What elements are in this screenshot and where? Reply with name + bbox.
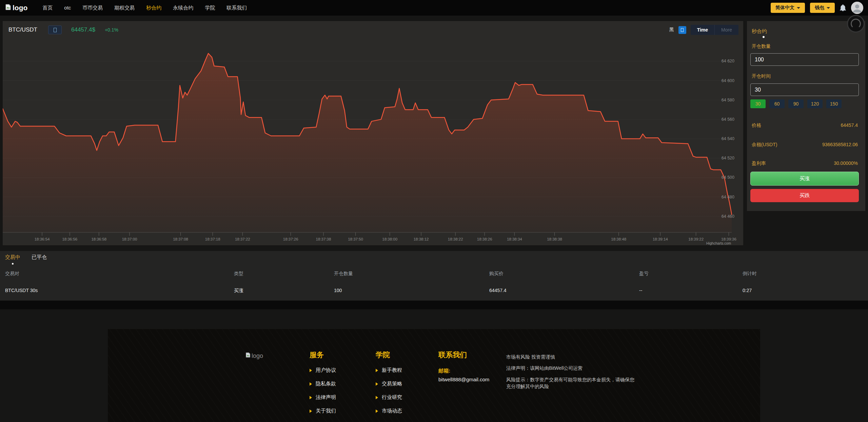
- theme-toggle-button[interactable]: [678, 26, 686, 34]
- nav-item-2[interactable]: otc: [64, 5, 71, 11]
- arrow-right-icon: [376, 396, 378, 399]
- svg-text:64 540: 64 540: [722, 136, 734, 141]
- positions-section: 交易中已平仓 交易对类型开仓数量购买价盈亏倒计时 BTC/USDT 30s买涨1…: [0, 251, 868, 301]
- broken-image-icon: [245, 352, 251, 360]
- svg-text:18:36:58: 18:36:58: [91, 237, 106, 241]
- svg-text:64 480: 64 480: [722, 195, 734, 199]
- svg-text:18:38:48: 18:38:48: [611, 237, 626, 241]
- svg-text:18:38:12: 18:38:12: [414, 237, 429, 241]
- svg-text:18:39:36: 18:39:36: [721, 237, 736, 241]
- arrow-right-icon: [376, 369, 378, 372]
- svg-text:18:37:50: 18:37:50: [348, 237, 363, 241]
- footer-link[interactable]: 交易策略: [376, 381, 430, 387]
- time-option-150[interactable]: 150: [826, 99, 842, 108]
- svg-text:64 560: 64 560: [722, 117, 734, 122]
- placeholder-glyph-icon: [681, 28, 684, 32]
- footer-link[interactable]: 关于我们: [310, 408, 364, 414]
- footer-link[interactable]: 隐私条款: [310, 381, 364, 387]
- time-input[interactable]: [750, 83, 859, 96]
- broken-image-icon: [5, 4, 12, 12]
- time-option-30[interactable]: 30: [750, 99, 766, 108]
- svg-text:18:38:38: 18:38:38: [547, 237, 562, 241]
- svg-text:18:37:08: 18:37:08: [173, 237, 188, 241]
- price-row-label: 价格: [752, 122, 761, 129]
- language-button[interactable]: 简体中文: [771, 3, 805, 13]
- svg-text:18:36:54: 18:36:54: [35, 237, 50, 241]
- chart-controls: 黑 Time More: [669, 25, 738, 35]
- avatar[interactable]: [851, 2, 863, 14]
- order-panel-title: 秒合约: [752, 28, 767, 35]
- footer-column-2: 学院新手教程交易策略行业研究市场动态: [376, 350, 430, 421]
- column-header: 购买价: [489, 271, 639, 277]
- footer-link[interactable]: 新手教程: [376, 367, 430, 373]
- chart-panel: BTC/USDT 64457.4$ +0.1% 黑 Time More 64 4…: [3, 21, 743, 245]
- time-option-90[interactable]: 90: [788, 99, 804, 108]
- footer-link[interactable]: 市场动态: [376, 408, 430, 414]
- arrow-right-icon: [310, 382, 312, 386]
- footer-link[interactable]: 用户协议: [310, 367, 364, 373]
- nav-item-1[interactable]: 首页: [42, 5, 53, 11]
- footer-link[interactable]: 法律声明: [310, 394, 364, 401]
- pair-label: BTC/USDT: [8, 26, 37, 33]
- theme-label: 黑: [669, 27, 674, 33]
- svg-text:64 580: 64 580: [722, 98, 734, 102]
- svg-text:64 500: 64 500: [722, 175, 734, 180]
- arrow-right-icon: [376, 382, 378, 386]
- wallet-button[interactable]: 钱包: [810, 3, 835, 13]
- positions-tab-2[interactable]: 已平仓: [32, 254, 47, 265]
- tab-time[interactable]: Time: [691, 25, 715, 35]
- chevron-down-icon: [827, 7, 830, 9]
- time-option-60[interactable]: 60: [769, 99, 785, 108]
- wallet-button-label: 钱包: [815, 5, 824, 11]
- email-value[interactable]: bitwell888@gmail.com: [438, 377, 510, 382]
- svg-text:18:38:34: 18:38:34: [507, 237, 522, 241]
- footer-link[interactable]: 行业研究: [376, 394, 430, 401]
- tab-more[interactable]: More: [715, 25, 738, 35]
- svg-text:18:38:26: 18:38:26: [477, 237, 492, 241]
- column-header: 开仓数量: [334, 271, 489, 277]
- disclaimer-line: 法律声明：该网站由BitWell公司运营: [506, 365, 635, 371]
- svg-text:18:36:56: 18:36:56: [62, 237, 77, 241]
- svg-text:64 460: 64 460: [722, 214, 734, 219]
- nav-item-5[interactable]: 秒合约: [146, 5, 161, 11]
- table-cell: 100: [334, 288, 489, 294]
- navbar: logo 首页otc币币交易期权交易秒合约永续合约学院联系我们 简体中文 钱包: [0, 0, 868, 16]
- price-row-value: 64457.4: [841, 122, 858, 129]
- bell-icon[interactable]: [840, 4, 846, 11]
- nav-item-7[interactable]: 学院: [205, 5, 215, 11]
- logo-text: logo: [13, 4, 27, 12]
- buy-down-button[interactable]: 买跌: [750, 189, 859, 202]
- arrow-right-icon: [310, 396, 312, 399]
- svg-text:18:37:00: 18:37:00: [122, 237, 137, 241]
- order-panel: 秒合约 开仓数量 开仓时间 306090120150 价格 64457.4 余额…: [747, 21, 865, 211]
- buy-up-button[interactable]: 买涨: [750, 172, 859, 186]
- nav-items: 首页otc币币交易期权交易秒合约永续合约学院联系我们: [42, 5, 247, 11]
- active-tab-dot: [763, 36, 765, 38]
- time-option-120[interactable]: 120: [807, 99, 823, 108]
- amount-label: 开仓数量: [752, 43, 771, 50]
- time-options: 306090120150: [750, 99, 842, 108]
- support-widget[interactable]: [847, 15, 865, 33]
- amount-input[interactable]: [750, 53, 859, 66]
- nav-item-6[interactable]: 永续合约: [173, 5, 193, 11]
- nav-item-3[interactable]: 币币交易: [82, 5, 103, 11]
- pair-selector-button[interactable]: [48, 25, 62, 34]
- nav-item-8[interactable]: 联系我们: [226, 5, 247, 11]
- nav-right: 简体中文 钱包: [771, 2, 863, 14]
- svg-text:18:38:22: 18:38:22: [448, 237, 463, 241]
- logo[interactable]: logo: [5, 4, 27, 12]
- svg-text:18:38:00: 18:38:00: [382, 237, 397, 241]
- price-change: +0.1%: [105, 27, 118, 33]
- svg-text:18:39:22: 18:39:22: [688, 237, 704, 241]
- table-cell: 0:27: [743, 288, 868, 294]
- svg-text:64 520: 64 520: [722, 156, 734, 160]
- nav-item-4[interactable]: 期权交易: [114, 5, 135, 11]
- email-label: 邮箱:: [438, 368, 510, 374]
- price-area-chart[interactable]: 64 46064 48064 50064 52064 54064 56064 5…: [3, 50, 743, 245]
- placeholder-glyph-icon: [54, 28, 57, 32]
- positions-tab-1[interactable]: 交易中: [5, 254, 20, 265]
- table-cell: --: [639, 288, 743, 294]
- support-ring-icon: [851, 19, 861, 29]
- arrow-right-icon: [310, 369, 312, 372]
- svg-text:18:39:14: 18:39:14: [653, 237, 668, 241]
